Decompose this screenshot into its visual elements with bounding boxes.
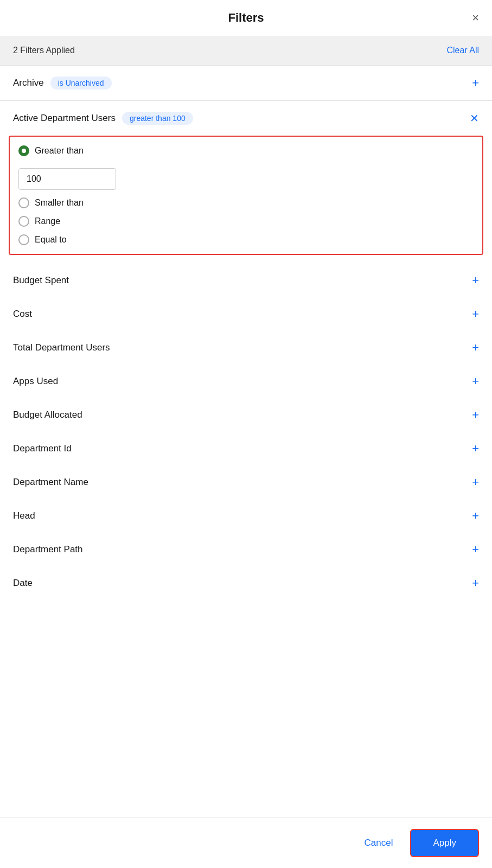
radio-option-greater-than[interactable]: Greater than	[18, 145, 474, 156]
filter-label-total-dept-users: Total Department Users	[13, 342, 110, 353]
cancel-button[interactable]: Cancel	[356, 832, 402, 854]
filter-row-department-name[interactable]: Department Name +	[0, 465, 492, 499]
filter-label-active-dept: Active Department Users	[13, 113, 116, 124]
filter-section-active-dept: Active Department Users greater than 100…	[0, 100, 492, 255]
radio-smaller-than-label: Smaller than	[35, 198, 84, 208]
modal-header: Filters ×	[0, 0, 492, 36]
filter-add-budget-spent-button[interactable]: +	[472, 275, 479, 286]
filter-add-department-name-button[interactable]: +	[472, 476, 479, 488]
filter-add-department-id-button[interactable]: +	[472, 443, 479, 455]
modal-close-button[interactable]: ×	[472, 12, 479, 24]
radio-equal-to-indicator	[18, 234, 29, 245]
filter-row-cost[interactable]: Cost +	[0, 297, 492, 331]
filter-remove-active-dept-button[interactable]: ✕	[470, 113, 479, 124]
modal-footer: Cancel Apply	[0, 818, 492, 868]
filter-options-active-dept: Greater than Smaller than Range Eq	[9, 136, 483, 255]
filter-row-active-dept[interactable]: Active Department Users greater than 100…	[0, 101, 492, 136]
filter-badge-archive: is Unarchived	[50, 76, 112, 90]
clear-all-button[interactable]: Clear All	[446, 46, 479, 55]
filter-add-department-path-button[interactable]: +	[472, 544, 479, 556]
radio-option-range[interactable]: Range	[18, 216, 474, 227]
modal-title: Filters	[228, 11, 264, 25]
filter-row-archive-left: Archive is Unarchived	[13, 76, 112, 90]
filter-add-budget-allocated-button[interactable]: +	[472, 409, 479, 421]
filter-label-head: Head	[13, 510, 35, 521]
greater-than-input[interactable]	[18, 168, 116, 190]
filter-label-apps-used: Apps Used	[13, 376, 58, 387]
filter-row-date[interactable]: Date +	[0, 566, 492, 600]
filters-modal: Filters × 2 Filters Applied Clear All Ar…	[0, 0, 492, 868]
filter-label-date: Date	[13, 578, 33, 589]
filter-row-apps-used[interactable]: Apps Used +	[0, 365, 492, 398]
filter-row-department-path[interactable]: Department Path +	[0, 533, 492, 566]
filter-row-archive[interactable]: Archive is Unarchived +	[0, 66, 492, 100]
radio-smaller-than-indicator	[18, 197, 29, 208]
filters-applied-bar: 2 Filters Applied Clear All	[0, 36, 492, 65]
filter-row-total-dept-users[interactable]: Total Department Users +	[0, 331, 492, 365]
filter-label-department-name: Department Name	[13, 477, 88, 488]
filter-add-archive-button[interactable]: +	[472, 77, 479, 89]
filter-add-total-dept-users-button[interactable]: +	[472, 342, 479, 354]
filter-add-apps-used-button[interactable]: +	[472, 375, 479, 387]
filter-add-cost-button[interactable]: +	[472, 308, 479, 320]
radio-greater-than-indicator	[18, 145, 29, 156]
filter-list: Archive is Unarchived + Active Departmen…	[0, 65, 492, 600]
radio-equal-to-label: Equal to	[35, 235, 67, 245]
filter-row-budget-allocated[interactable]: Budget Allocated +	[0, 398, 492, 432]
filter-badge-active-dept: greater than 100	[122, 112, 193, 125]
filter-label-department-id: Department Id	[13, 443, 72, 454]
filter-label-budget-allocated: Budget Allocated	[13, 410, 82, 420]
filter-row-head[interactable]: Head +	[0, 499, 492, 533]
radio-option-smaller-than[interactable]: Smaller than	[18, 197, 474, 208]
filter-label-cost: Cost	[13, 309, 32, 320]
filters-applied-count: 2 Filters Applied	[13, 46, 75, 55]
filter-add-head-button[interactable]: +	[472, 510, 479, 522]
filter-row-budget-spent[interactable]: Budget Spent +	[0, 264, 492, 297]
filter-row-department-id[interactable]: Department Id +	[0, 432, 492, 465]
radio-option-equal-to[interactable]: Equal to	[18, 234, 474, 245]
radio-greater-than-label: Greater than	[35, 146, 84, 156]
filter-add-date-button[interactable]: +	[472, 577, 479, 589]
apply-button[interactable]: Apply	[410, 829, 479, 857]
filter-label-budget-spent: Budget Spent	[13, 275, 69, 286]
radio-range-label: Range	[35, 216, 60, 226]
filter-label-archive: Archive	[13, 78, 44, 88]
radio-range-indicator	[18, 216, 29, 227]
filter-label-department-path: Department Path	[13, 544, 83, 555]
filter-row-active-dept-left: Active Department Users greater than 100	[13, 112, 193, 125]
